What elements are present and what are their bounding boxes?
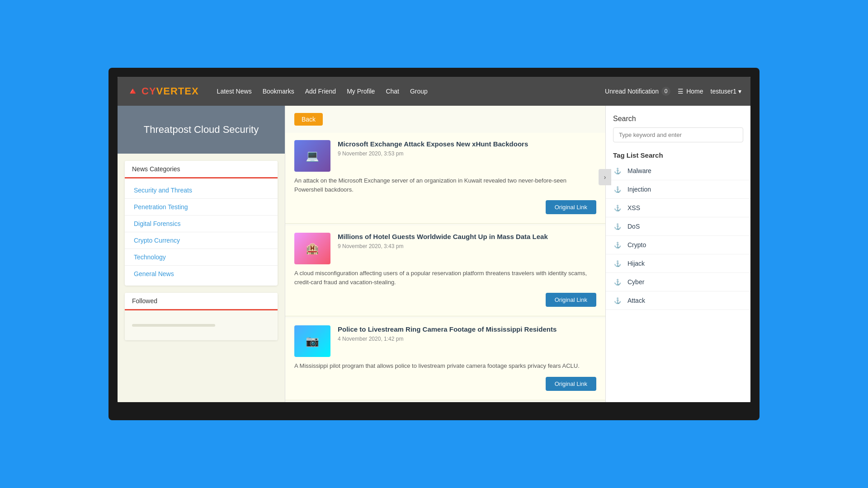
nav-bookmarks[interactable]: Bookmarks xyxy=(263,88,294,95)
news-card-inner-1: 💻 Microsoft Exchange Attack Exposes New … xyxy=(294,140,596,172)
navbar-right: Unread Notification 0 ☰ Home testuser1 ▾ xyxy=(605,87,741,96)
category-penetration-testing[interactable]: Penetration Testing xyxy=(125,199,278,216)
anchor-icon-dos xyxy=(613,222,622,231)
main-content: Threatpost Cloud Security News Categorie… xyxy=(118,106,750,402)
unread-notification-label: Unread Notification xyxy=(605,88,659,95)
search-section: Search xyxy=(606,106,750,147)
followed-content xyxy=(125,310,278,340)
tag-label-crypto: Crypto xyxy=(627,241,646,249)
anchor-icon-malware xyxy=(613,166,622,175)
right-sidebar: › Search Tag List Search Malware Injecti… xyxy=(606,106,750,402)
back-btn-row: Back xyxy=(285,106,605,133)
news-excerpt-1: An attack on the Microsoft Exchange serv… xyxy=(294,176,596,194)
tag-xss[interactable]: XSS xyxy=(606,199,750,217)
tag-dos[interactable]: DoS xyxy=(606,217,750,236)
news-title-2: Millions of Hotel Guests Worldwide Caugh… xyxy=(338,233,596,240)
tag-label-dos: DoS xyxy=(627,223,640,230)
brand-name: CYVERTEX xyxy=(142,85,199,97)
followed-bar xyxy=(132,324,215,327)
nav-group[interactable]: Group xyxy=(410,88,428,95)
news-meta-3: Police to Livestream Ring Camera Footage… xyxy=(338,325,596,357)
categories-list: Security and Threats Penetration Testing… xyxy=(125,178,278,286)
tag-attack[interactable]: Attack xyxy=(606,291,750,310)
category-technology[interactable]: Technology xyxy=(125,249,278,266)
tag-label-cyber: Cyber xyxy=(627,278,644,286)
tag-crypto[interactable]: Crypto xyxy=(606,236,750,254)
tag-list: Malware Injection XSS DoS xyxy=(606,162,750,310)
category-digital-forensics[interactable]: Digital Forensics xyxy=(125,216,278,232)
center-content: Back 💻 Microsoft Exchange Attack Exposes… xyxy=(285,106,606,402)
user-menu-button[interactable]: testuser1 ▾ xyxy=(711,88,741,95)
anchor-icon-cyber xyxy=(613,277,622,286)
unread-count: 0 xyxy=(661,87,670,96)
categories-box: News Categories Security and Threats Pen… xyxy=(125,161,278,286)
news-title-1: Microsoft Exchange Attack Exposes New xH… xyxy=(338,140,596,148)
tag-label-attack: Attack xyxy=(627,297,645,304)
original-link-btn-3[interactable]: Original Link xyxy=(546,377,596,391)
home-button[interactable]: ☰ Home xyxy=(678,88,703,95)
navbar-links: Latest News Bookmarks Add Friend My Prof… xyxy=(217,88,605,95)
news-thumbnail-2: 🏨 xyxy=(294,233,330,264)
brand: 🔺 CYVERTEX xyxy=(127,85,199,97)
news-date-1: 9 November 2020, 3:53 pm xyxy=(338,150,596,157)
tag-label-xss: XSS xyxy=(627,204,640,211)
tag-label-hijack: Hijack xyxy=(627,260,645,267)
news-card-3: 📷 Police to Livestream Ring Camera Foota… xyxy=(285,318,605,400)
right-collapse-button[interactable]: › xyxy=(599,169,611,185)
back-button[interactable]: Back xyxy=(294,113,323,126)
home-label: Home xyxy=(686,88,703,95)
original-link-btn-1[interactable]: Original Link xyxy=(546,200,596,214)
anchor-icon-attack xyxy=(613,296,622,305)
tag-label-malware: Malware xyxy=(627,167,651,174)
followed-box: Followed xyxy=(125,293,278,340)
search-title: Search xyxy=(613,115,743,123)
anchor-icon-hijack xyxy=(613,259,622,268)
logo-icon: 🔺 xyxy=(127,85,139,97)
news-date-2: 9 November 2020, 3:43 pm xyxy=(338,243,596,249)
category-general-news[interactable]: General News xyxy=(125,266,278,282)
screen: 🔺 CYVERTEX Latest News Bookmarks Add Fri… xyxy=(118,77,750,402)
anchor-icon-crypto xyxy=(613,240,622,249)
unread-notification[interactable]: Unread Notification 0 xyxy=(605,87,670,96)
tag-hijack[interactable]: Hijack xyxy=(606,254,750,273)
nav-my-profile[interactable]: My Profile xyxy=(347,88,375,95)
category-security-threats[interactable]: Security and Threats xyxy=(125,182,278,199)
tag-malware[interactable]: Malware xyxy=(606,162,750,180)
nav-latest-news[interactable]: Latest News xyxy=(217,88,252,95)
hamburger-icon: ☰ xyxy=(678,88,684,95)
navbar: 🔺 CYVERTEX Latest News Bookmarks Add Fri… xyxy=(118,77,750,106)
news-date-3: 4 November 2020, 1:42 pm xyxy=(338,336,596,342)
tag-label-injection: Injection xyxy=(627,186,651,193)
tag-cyber[interactable]: Cyber xyxy=(606,273,750,291)
news-thumbnail-3: 📷 xyxy=(294,325,330,357)
news-card-1: 💻 Microsoft Exchange Attack Exposes New … xyxy=(285,133,605,224)
news-meta-1: Microsoft Exchange Attack Exposes New xH… xyxy=(338,140,596,172)
tag-injection[interactable]: Injection xyxy=(606,180,750,199)
news-excerpt-3: A Mississippi pilot program that allows … xyxy=(294,361,596,371)
news-thumbnail-1: 💻 xyxy=(294,140,330,172)
anchor-icon-injection xyxy=(613,185,622,194)
nav-add-friend[interactable]: Add Friend xyxy=(305,88,336,95)
nav-chat[interactable]: Chat xyxy=(386,88,399,95)
news-title-3: Police to Livestream Ring Camera Footage… xyxy=(338,325,596,333)
category-crypto-currency[interactable]: Crypto Currency xyxy=(125,232,278,249)
original-link-btn-2[interactable]: Original Link xyxy=(546,293,596,307)
search-input[interactable] xyxy=(613,127,743,142)
news-card-inner-2: 🏨 Millions of Hotel Guests Worldwide Cau… xyxy=(294,233,596,264)
news-excerpt-2: A cloud misconfiguration affecting users… xyxy=(294,269,596,286)
followed-header: Followed xyxy=(125,293,278,310)
news-card-2: 🏨 Millions of Hotel Guests Worldwide Cau… xyxy=(285,225,605,316)
tag-list-title: Tag List Search xyxy=(606,147,750,162)
news-card-inner-3: 📷 Police to Livestream Ring Camera Foota… xyxy=(294,325,596,357)
news-meta-2: Millions of Hotel Guests Worldwide Caugh… xyxy=(338,233,596,264)
monitor: 🔺 CYVERTEX Latest News Bookmarks Add Fri… xyxy=(108,68,760,420)
categories-header: News Categories xyxy=(125,161,278,178)
anchor-icon-xss xyxy=(613,203,622,212)
sidebar-title: Threatpost Cloud Security xyxy=(118,106,285,154)
left-sidebar: Threatpost Cloud Security News Categorie… xyxy=(118,106,285,402)
